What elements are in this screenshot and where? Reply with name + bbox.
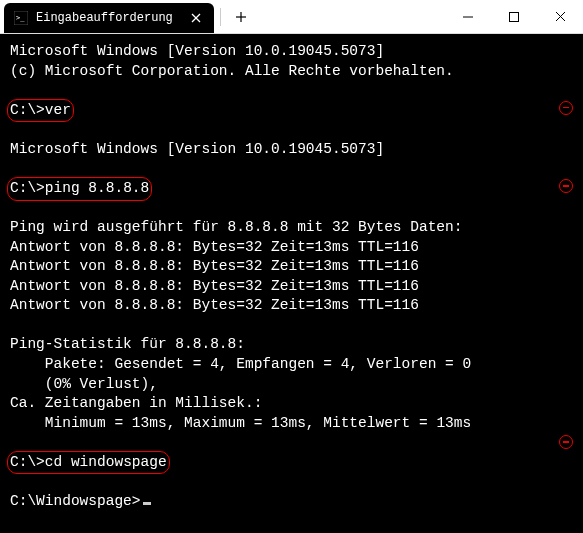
close-icon[interactable] [188,10,204,26]
command-highlight: C:\>cd windowspage [10,453,167,473]
output-line: Ca. Zeitangaben in Millisek.: [10,394,573,414]
output-line: Ping-Statistik für 8.8.8.8: [10,335,573,355]
output-line: Ping wird ausgeführt für 8.8.8.8 mit 32 … [10,218,573,238]
cursor [143,502,151,505]
prompt: C:\> [10,179,45,199]
command-text: ver [45,101,71,121]
collapse-icon[interactable] [559,179,573,193]
titlebar: >_ Eingabeaufforderung [0,0,583,34]
output-line: Microsoft Windows [Version 10.0.19045.50… [10,140,573,160]
prompt: C:\Windowspage> [10,493,141,509]
header-line: Microsoft Windows [Version 10.0.19045.50… [10,42,573,62]
header-line: (c) Microsoft Corporation. Alle Rechte v… [10,62,573,82]
output-line: Antwort von 8.8.8.8: Bytes=32 Zeit=13ms … [10,296,573,316]
tab-active[interactable]: >_ Eingabeaufforderung [4,3,214,33]
output-line: Antwort von 8.8.8.8: Bytes=32 Zeit=13ms … [10,238,573,258]
tab-divider [220,8,221,26]
output-line: (0% Verlust), [10,375,573,395]
tab-group: >_ Eingabeaufforderung [0,0,214,33]
collapse-icon[interactable] [559,435,573,449]
output-line: Minimum = 13ms, Maximum = 13ms, Mittelwe… [10,414,573,434]
close-window-button[interactable] [537,0,583,33]
output-line: Pakete: Gesendet = 4, Empfangen = 4, Ver… [10,355,573,375]
output-line: Antwort von 8.8.8.8: Bytes=32 Zeit=13ms … [10,257,573,277]
svg-rect-7 [510,12,519,21]
command-row: C:\>cd windowspage [10,453,573,473]
cmd-icon: >_ [14,11,28,25]
output-line: Antwort von 8.8.8.8: Bytes=32 Zeit=13ms … [10,277,573,297]
svg-text:>_: >_ [16,14,25,22]
command-row: C:\>ping 8.8.8.8 [10,179,573,199]
prompt: C:\> [10,101,45,121]
terminal-window: >_ Eingabeaufforderung Mi [0,0,583,533]
prompt: C:\> [10,453,45,473]
command-highlight: C:\>ver [10,101,71,121]
command-highlight: C:\>ping 8.8.8.8 [10,179,149,199]
minimize-button[interactable] [445,0,491,33]
window-controls [445,0,583,33]
collapse-icon[interactable] [559,101,573,115]
command-text: ping 8.8.8.8 [45,179,149,199]
terminal-surface[interactable]: Microsoft Windows [Version 10.0.19045.50… [0,34,583,533]
tab-title: Eingabeaufforderung [36,11,180,25]
current-prompt-line: C:\Windowspage> [10,492,573,512]
command-row: C:\>ver [10,101,573,121]
maximize-button[interactable] [491,0,537,33]
new-tab-button[interactable] [227,0,255,33]
command-text: cd windowspage [45,453,167,473]
